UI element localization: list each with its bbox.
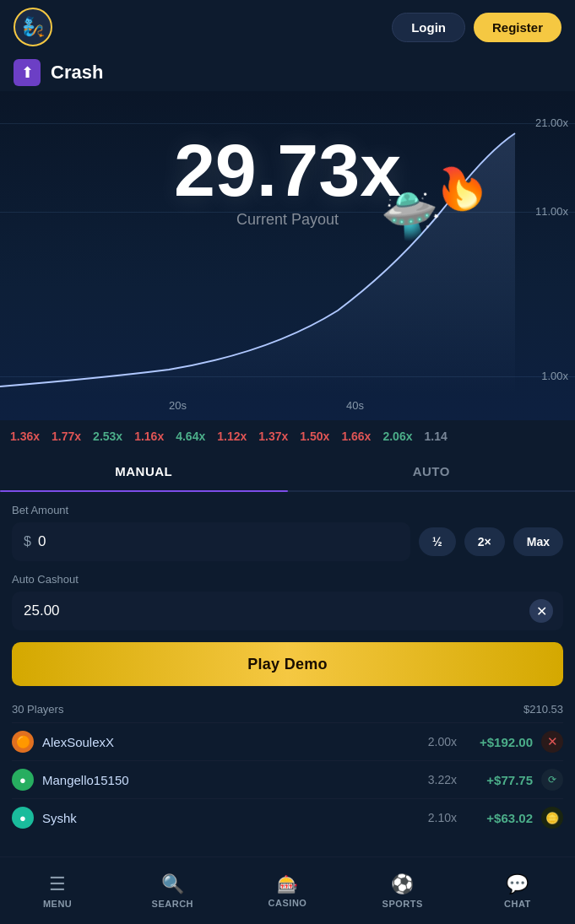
nav-item-chat[interactable]: 💬 CHAT: [460, 857, 575, 924]
player-action-icon: ✕: [541, 731, 563, 753]
header: 🧞 Login Register: [0, 0, 575, 54]
register-button[interactable]: Register: [474, 13, 561, 42]
max-button[interactable]: Max: [513, 527, 563, 556]
player-multiplier: 3.22x: [413, 773, 457, 786]
x-label-40s: 40s: [346, 399, 364, 412]
nav-label-sports: SPORTS: [382, 899, 423, 909]
players-header: 30 Players $210.53: [12, 703, 563, 716]
nav-label-search: SEARCH: [152, 899, 193, 909]
nav-label-casino: CASINO: [269, 898, 307, 908]
double-button[interactable]: 2×: [464, 527, 505, 556]
nav-item-casino[interactable]: 🎰 CASINO: [230, 857, 344, 924]
player-name: Syshk: [42, 811, 404, 825]
player-action-icon: 🪙: [541, 807, 563, 829]
cashout-input-wrap: ✕: [12, 592, 563, 630]
avatar: ●: [12, 807, 34, 829]
x-label-20s: 20s: [169, 399, 187, 412]
table-row: ● Syshk 2.10x +$63.02 🪙: [12, 798, 563, 836]
player-action-icon: ⟳: [541, 769, 563, 791]
nav-label-chat: CHAT: [504, 899, 531, 909]
bottom-nav: ☰ MENU 🔍 SEARCH 🎰 CASINO ⚽ SPORTS 💬 CHAT: [0, 856, 575, 924]
mult-item: 1.37x: [258, 430, 288, 443]
search-icon: 🔍: [161, 873, 184, 895]
play-demo-button[interactable]: Play Demo: [12, 642, 563, 686]
chat-icon: 💬: [506, 873, 529, 895]
mult-item: 1.66x: [341, 430, 371, 443]
table-row: ● Mangello15150 3.22x +$77.75 ⟳: [12, 760, 563, 798]
mult-item: 1.36x: [10, 430, 40, 443]
mult-item: 1.12x: [217, 430, 247, 443]
mult-item: 1.14: [424, 430, 447, 443]
mult-item: 2.06x: [382, 430, 412, 443]
bet-input-wrap: $: [12, 522, 410, 561]
game-titlebar: ⬆ Crash: [0, 54, 575, 91]
avatar: 🟠: [12, 731, 34, 753]
table-row: 🟠 AlexSoulexX 2.00x +$192.00 ✕: [12, 722, 563, 760]
player-multiplier: 2.00x: [413, 735, 457, 748]
casino-icon: 🎰: [277, 874, 298, 894]
players-count: 30 Players: [12, 703, 63, 716]
cashout-clear-button[interactable]: ✕: [529, 599, 553, 623]
nav-item-search[interactable]: 🔍 SEARCH: [115, 857, 230, 924]
payout-label: Current Payout: [174, 211, 401, 229]
player-multiplier: 2.10x: [413, 811, 457, 824]
nav-label-menu: MENU: [43, 899, 72, 909]
recent-multipliers: 1.36x 1.77x 2.53x 1.16x 4.64x 1.12x 1.37…: [0, 420, 575, 452]
bet-input[interactable]: [38, 533, 399, 550]
tab-manual[interactable]: MANUAL: [0, 452, 288, 490]
mult-item: 1.77x: [52, 430, 81, 443]
tab-auto[interactable]: AUTO: [288, 452, 576, 490]
header-buttons: Login Register: [392, 13, 561, 42]
bet-form: Bet Amount $ ½ 2× Max Auto Cashout ✕ Pla…: [0, 492, 575, 694]
player-win: +$77.75: [465, 773, 533, 787]
player-name: AlexSoulexX: [42, 735, 404, 749]
cashout-input[interactable]: [24, 602, 551, 619]
multiplier-value: 29.73x: [174, 133, 401, 208]
menu-icon: ☰: [49, 873, 66, 895]
sports-icon: ⚽: [391, 873, 414, 895]
bet-input-row: $ ½ 2× Max: [12, 522, 563, 561]
mult-item: 1.16x: [134, 430, 164, 443]
dollar-sign: $: [24, 534, 31, 549]
player-win: +$192.00: [465, 735, 533, 749]
half-button[interactable]: ½: [419, 527, 456, 556]
players-total: $210.53: [523, 703, 563, 716]
crash-area: 21.00x 11.00x 1.00x 🛸🔥 29.73x Current Pa…: [0, 91, 575, 420]
auto-cashout-label: Auto Cashout: [12, 573, 563, 586]
game-title: Crash: [51, 62, 103, 84]
mult-item: 2.53x: [93, 430, 122, 443]
login-button[interactable]: Login: [392, 13, 465, 42]
mult-item: 1.50x: [300, 430, 329, 443]
player-win: +$63.02: [465, 811, 533, 825]
game-icon: ⬆: [14, 59, 41, 86]
avatar: ●: [12, 769, 34, 791]
tabs: MANUAL AUTO: [0, 452, 575, 492]
logo-icon: 🧞: [14, 8, 52, 46]
players-section: 30 Players $210.53 🟠 AlexSoulexX 2.00x +…: [0, 694, 575, 840]
nav-item-sports[interactable]: ⚽ SPORTS: [345, 857, 460, 924]
nav-item-menu[interactable]: ☰ MENU: [0, 857, 115, 924]
multiplier-display: 29.73x Current Payout: [174, 133, 401, 229]
player-name: Mangello15150: [42, 773, 404, 787]
bet-amount-label: Bet Amount: [12, 504, 563, 516]
mult-item: 4.64x: [176, 430, 205, 443]
